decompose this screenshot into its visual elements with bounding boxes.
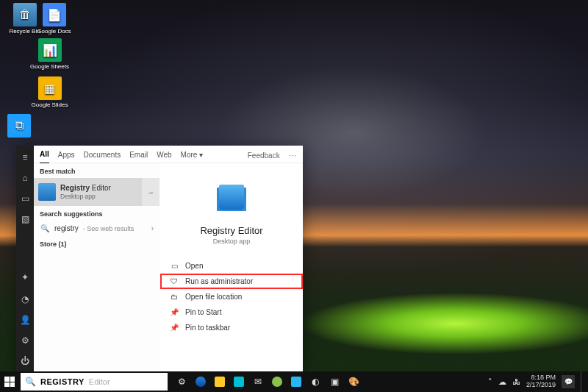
tray-cloud-icon[interactable]: ☁	[498, 377, 506, 387]
tray-clock[interactable]: 8:18 PM 2/17/2019	[526, 374, 556, 389]
recycle-bin-icon: 🗑	[13, 3, 37, 26]
action-pin-to-start[interactable]: 📌 Pin to Start	[160, 304, 303, 320]
registry-editor-icon	[38, 183, 56, 201]
shortcut-icon: ⧉	[7, 114, 31, 138]
rail-menu-icon[interactable]: ≡	[19, 152, 31, 163]
taskbar-file-explorer-icon[interactable]	[213, 375, 226, 388]
chevron-down-icon: ▾	[199, 151, 203, 159]
action-open[interactable]: ▭ Open	[160, 258, 303, 274]
action-run-as-administrator[interactable]: 🛡 Run as administrator	[160, 274, 303, 289]
rail-power-icon[interactable]: ⏻	[19, 355, 31, 367]
search-typed-text: REGISTRY	[40, 377, 85, 386]
section-best-match: Best match	[34, 163, 159, 178]
desktop-icon-google-docs[interactable]: 📄 Google Docs	[34, 3, 74, 35]
taskbar-steam-icon[interactable]: ◐	[309, 375, 322, 388]
section-store[interactable]: Store (1)	[34, 236, 159, 252]
rail-profile-icon[interactable]: ◔	[19, 293, 31, 305]
action-pin-to-taskbar[interactable]: 📌 Pin to taskbar	[160, 320, 303, 335]
tab-web[interactable]: Web	[157, 148, 171, 163]
desktop-icon-google-slides[interactable]: ▦ Google Slides	[29, 76, 70, 108]
tab-documents[interactable]: Documents	[84, 148, 121, 163]
show-desktop-button[interactable]	[581, 371, 584, 392]
rail-pictures-icon[interactable]: ▧	[19, 213, 31, 225]
rail-account-icon[interactable]: 👤	[19, 314, 31, 326]
rail-documents-icon[interactable]: ▭	[19, 193, 31, 204]
rail-settings-icon[interactable]: ⚙	[19, 335, 31, 346]
taskbar: 🔍 REGISTRY Editor ⚙ ✉ ◐ ▣ 🎨 ˄ ☁ 🖧 8:18 P…	[0, 371, 588, 392]
best-match-result[interactable]: Registry Editor Desktop app →	[34, 178, 159, 206]
taskbar-edge-icon[interactable]	[194, 375, 207, 388]
pin-icon: 📌	[169, 308, 179, 316]
start-search-panel: ≡ ⌂ ▭ ▧ ✦ ◔ 👤 ⚙ ⏻ All Apps Documents Ema…	[16, 146, 303, 371]
pin-icon: 📌	[169, 324, 179, 332]
taskbar-app-icon[interactable]	[270, 375, 284, 388]
expand-arrow-icon[interactable]: →	[142, 178, 159, 206]
taskbar-settings-icon[interactable]: ⚙	[175, 375, 188, 388]
tray-date: 2/17/2019	[526, 382, 556, 389]
taskbar-app-icon[interactable]: 🎨	[347, 375, 360, 388]
tab-email[interactable]: Email	[129, 148, 148, 163]
action-open-file-location[interactable]: 🗀 Open file location	[160, 289, 303, 304]
search-tabs: All Apps Documents Email Web More ▾ Feed…	[34, 146, 303, 163]
search-left-rail: ≡ ⌂ ▭ ▧ ✦ ◔ 👤 ⚙ ⏻	[16, 146, 34, 371]
tab-all[interactable]: All	[40, 147, 49, 164]
suggestion-hint: - See web results	[83, 225, 135, 232]
tray-overflow-icon[interactable]: ˄	[488, 377, 492, 387]
chevron-right-icon: ›	[151, 224, 154, 232]
tray-network-icon[interactable]: 🖧	[512, 377, 520, 386]
taskbar-mail-icon[interactable]: ✉	[251, 375, 265, 388]
taskbar-app-buttons: ⚙ ✉ ◐ ▣ 🎨	[169, 375, 366, 388]
app-actions: ▭ Open 🛡 Run as administrator 🗀 Open fil…	[160, 258, 303, 335]
suggestion-term: registry	[54, 224, 79, 232]
search-panel-body: All Apps Documents Email Web More ▾ Feed…	[34, 146, 303, 371]
label: Google Sheets	[29, 63, 70, 70]
google-slides-icon: ▦	[38, 76, 62, 100]
results-column: Best match Registry Editor Desktop app →…	[34, 163, 160, 371]
label: Google Docs	[34, 28, 74, 35]
app-name: Registry Editor	[200, 225, 262, 236]
taskbar-app-icon[interactable]	[290, 375, 303, 388]
feedback-link[interactable]: Feedback	[248, 152, 280, 160]
desktop-icon-shortcut[interactable]: ⧉	[7, 114, 31, 139]
shield-icon: 🛡	[169, 277, 179, 285]
search-icon: 🔍	[25, 377, 36, 387]
google-docs-icon: 📄	[43, 3, 66, 26]
tab-apps[interactable]: Apps	[58, 148, 75, 163]
action-center-icon[interactable]: 💬	[562, 375, 575, 388]
taskbar-store-icon[interactable]	[232, 375, 245, 388]
web-suggestion[interactable]: 🔍 registry - See web results ›	[34, 221, 159, 236]
rail-home-icon[interactable]: ⌂	[19, 172, 31, 184]
section-search-suggestions: Search suggestions	[34, 206, 159, 221]
open-icon: ▭	[169, 262, 179, 270]
tab-more[interactable]: More ▾	[181, 148, 204, 163]
best-match-subtitle: Desktop app	[60, 193, 111, 200]
rail-xbox-icon[interactable]: ✦	[19, 271, 31, 283]
system-tray: ˄ ☁ 🖧 8:18 PM 2/17/2019 💬	[484, 371, 588, 392]
desktop-icon-google-sheets[interactable]: 📊 Google Sheets	[29, 38, 70, 70]
details-column: Registry Editor Desktop app ▭ Open 🛡 Run…	[160, 163, 303, 371]
search-ghost-text: Editor	[89, 377, 110, 386]
app-large-icon	[214, 179, 249, 215]
folder-icon: 🗀	[169, 293, 179, 301]
taskbar-app-icon[interactable]: ▣	[328, 375, 341, 388]
search-columns: Best match Registry Editor Desktop app →…	[34, 163, 303, 371]
label: Google Slides	[29, 101, 70, 108]
app-kind: Desktop app	[213, 238, 251, 245]
best-match-title: Registry Editor	[60, 184, 111, 193]
taskbar-search-box[interactable]: 🔍 REGISTRY Editor	[21, 373, 168, 391]
windows-logo-icon	[4, 377, 15, 387]
search-icon: 🔍	[40, 224, 50, 232]
more-options-icon[interactable]: ···	[289, 152, 297, 160]
start-button[interactable]	[0, 371, 19, 392]
google-sheets-icon: 📊	[38, 38, 62, 62]
